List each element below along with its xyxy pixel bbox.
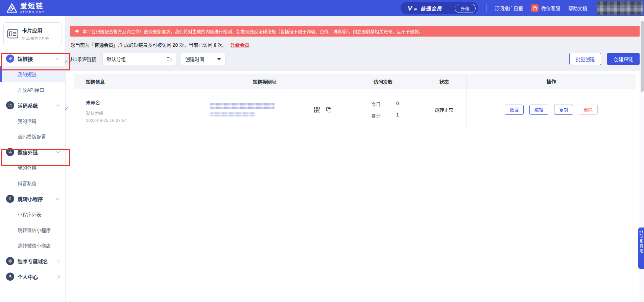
copy-button[interactable]: 复制	[554, 105, 573, 115]
shortlink-name: 未命名	[86, 99, 185, 106]
vip-badge: V IP 普通会员 升级	[401, 2, 478, 14]
qrcode-preview-icon[interactable]	[314, 106, 320, 113]
nav-help-docs[interactable]: 帮助文档	[568, 5, 587, 12]
sidebar-group-shortlink[interactable]: 短链接	[0, 51, 65, 66]
col-header-status: 状态	[422, 78, 466, 85]
shortlink-count: 共1条短链接	[70, 56, 96, 62]
col-header-url: 短链接网址	[185, 78, 344, 85]
user-icon	[6, 273, 14, 281]
header-divider	[486, 4, 486, 12]
vip-level-label: 普通会员	[420, 5, 442, 12]
sidebar-item-my-qrcodes[interactable]: 我的活码	[0, 113, 65, 129]
status-badge: 跳转正常	[435, 106, 454, 113]
chevron-down-icon	[56, 56, 59, 60]
gift-icon	[531, 4, 539, 12]
logo-triangle-link-icon	[6, 2, 18, 14]
sidebar-item-miniprogram-list[interactable]: 小程序列表	[0, 207, 65, 222]
batch-create-button[interactable]: 批量创建	[569, 53, 601, 65]
sidebar-group-custom-domain[interactable]: 独享专属域名	[0, 253, 65, 269]
chevron-right-icon	[56, 259, 59, 263]
folder-icon	[166, 56, 172, 62]
sidebar-item-qrcode-template[interactable]: 活码模版配置	[0, 129, 65, 144]
anti-fraud-banner: 本平台积极配合警方反诈工作！应公安部要求，我们将对生成的内容进行检测，如发现违反…	[70, 26, 640, 37]
chevron-down-icon	[56, 149, 59, 153]
card-app-subtitle: 抖音/微信卡片等	[22, 36, 49, 41]
wechat-icon	[6, 148, 14, 156]
upgrade-member-link[interactable]: 升级会员	[231, 42, 249, 48]
triangle-down-icon	[217, 58, 221, 60]
visits-total-value: 1	[396, 112, 399, 119]
sidebar-item-jump-wechat-miniprogram[interactable]: 跳转微信小程序	[0, 222, 65, 238]
time-sort-select[interactable]: 创建时间	[181, 53, 225, 65]
table-row: 未命名 默认分组 2022-06-25 16:37:54	[74, 89, 636, 130]
sidebar-group-personal-center[interactable]: 个人中心	[0, 269, 65, 284]
miniprogram-icon	[6, 195, 14, 203]
sidebar-group-live-qrcode[interactable]: 活码系统	[0, 98, 65, 113]
nav-wechat-support[interactable]: 微信客服	[531, 4, 560, 12]
card-app-entry[interactable]: 卡片应用 抖音/微信卡片等	[3, 22, 62, 45]
brand-domain: aifabu.com	[20, 10, 45, 14]
chevron-right-icon	[56, 275, 59, 278]
visits-total-label: 累计	[371, 112, 396, 119]
shortlink-table: 短链信息 短链接网址 访问次数 状态 操作 未命名 默认分组 2022-06-2…	[66, 71, 644, 302]
copy-url-icon[interactable]	[326, 107, 332, 113]
card-app-title: 卡片应用	[22, 27, 49, 34]
sidebar-group-miniprogram-jump[interactable]: 跳转小程序	[0, 191, 65, 207]
qrcode-icon	[6, 101, 14, 109]
sidebar-item-my-shortlinks[interactable]: 我的短链	[0, 66, 65, 82]
chevron-down-icon	[56, 196, 59, 200]
table-header-row: 短链信息 短链接网址 访问次数 状态 操作	[74, 74, 636, 89]
edit-button[interactable]: 编辑	[529, 105, 548, 115]
sidebar-item-my-external-links[interactable]: 我的外链	[0, 160, 65, 175]
link-icon	[6, 55, 14, 63]
megaphone-icon	[75, 29, 79, 34]
banner-text: 本平台积极配合警方反诈工作！应公安部要求，我们将对生成的内容进行检测，如发现违反…	[82, 28, 423, 35]
col-header-visits: 访问次数	[344, 78, 422, 85]
chevron-down-icon	[56, 103, 59, 106]
contact-support-widget[interactable]: 联系客服	[638, 228, 644, 269]
shortlink-created-time: 2022-06-25 16:37:54	[86, 118, 185, 123]
card-icon	[7, 29, 19, 39]
toolbar: 共1条短链接 默认分组 创建时间 批量创建 创建短链	[70, 53, 640, 65]
shortlink-group: 默认分组	[86, 109, 185, 116]
sidebar-item-jump-wechat-minishop[interactable]: 跳转微信小商店	[0, 238, 65, 253]
col-header-info: 短链信息	[74, 78, 185, 85]
nav-subscribe-report[interactable]: 订阅推广日报	[495, 5, 523, 12]
vip-icon: V	[407, 4, 412, 12]
visits-today-label: 今日	[371, 101, 396, 107]
upgrade-button[interactable]: 升级	[455, 4, 476, 13]
sidebar: 卡片应用 抖音/微信卡片等 短链接 我的短链 开放API接口	[0, 16, 66, 302]
sidebar-item-douyin-dm[interactable]: 抖音私信	[0, 175, 65, 191]
visits-today-value: 0	[396, 101, 399, 107]
brand-logo[interactable]: 爱短链 aifabu.com	[6, 2, 45, 14]
group-filter-select[interactable]: 默认分组	[102, 53, 176, 65]
member-status-line: 您当前为「普通会员」,生成的短链最多可被访问 20 次，当前已访问 0 次。升级…	[71, 41, 639, 48]
app-header: 爱短链 aifabu.com V IP 普通会员 升级 订阅推广日报 微信客服	[0, 0, 644, 16]
headset-icon	[639, 229, 643, 233]
brand-name: 爱短链	[20, 3, 45, 9]
create-shortlink-button[interactable]: 创建短链	[607, 53, 640, 65]
sidebar-group-wechat-external[interactable]: 微信外链	[0, 144, 65, 160]
contact-support-label: 联系客服	[638, 234, 644, 254]
shortlink-url-blurred	[210, 103, 275, 116]
col-header-actions: 操作	[466, 74, 636, 89]
scrollbar-thumb[interactable]	[641, 21, 644, 92]
delete-button[interactable]: 删除	[579, 105, 598, 115]
data-button[interactable]: 数据	[505, 105, 524, 115]
main-content: 本平台积极配合警方反诈工作！应公安部要求，我们将对生成的内容进行检测，如发现违反…	[66, 16, 644, 302]
user-avatar-blurred[interactable]	[597, 1, 643, 15]
globe-icon	[6, 257, 14, 265]
sidebar-item-open-api[interactable]: 开放API接口	[0, 82, 65, 98]
